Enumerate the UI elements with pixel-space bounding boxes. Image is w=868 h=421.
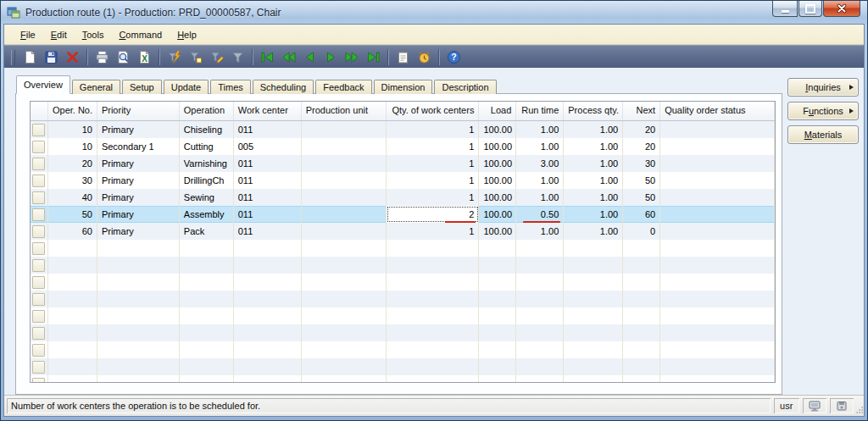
cell-oper-no[interactable] bbox=[48, 291, 97, 307]
row-selector[interactable] bbox=[31, 291, 48, 307]
cell-oper-no[interactable] bbox=[48, 274, 97, 291]
row-selector[interactable] bbox=[31, 274, 48, 291]
cell-production-unit[interactable] bbox=[302, 121, 387, 138]
cell-quality-order-status[interactable] bbox=[660, 358, 775, 375]
grid-row-20-varnishing[interactable]: 20PrimaryVarnishing0111100.003.001.0030 bbox=[31, 155, 775, 172]
cell-qty-of-work-centers[interactable] bbox=[387, 307, 480, 324]
grid-row-empty[interactable] bbox=[31, 307, 775, 324]
cell-work-center[interactable] bbox=[234, 375, 302, 382]
cell-process-qty[interactable] bbox=[564, 257, 623, 274]
cell-work-center[interactable] bbox=[234, 291, 302, 307]
cell-next[interactable] bbox=[623, 240, 660, 257]
cell-quality-order-status[interactable] bbox=[660, 172, 775, 189]
grid-row-40-sewing[interactable]: 40PrimarySewing0111100.001.001.0050 bbox=[31, 189, 775, 206]
cell-run-time[interactable]: 1.00 bbox=[516, 172, 564, 189]
cell-process-qty[interactable]: 1.00 bbox=[564, 138, 623, 155]
cell-next[interactable] bbox=[623, 341, 660, 358]
column-header-next[interactable]: Next bbox=[623, 102, 660, 120]
cell-next[interactable] bbox=[623, 307, 660, 324]
row-selector[interactable] bbox=[31, 206, 48, 223]
cell-quality-order-status[interactable] bbox=[660, 324, 775, 341]
row-selector[interactable] bbox=[31, 138, 48, 155]
menu-file[interactable]: File bbox=[13, 27, 43, 42]
cell-oper-no[interactable]: 20 bbox=[48, 155, 97, 172]
grid-row-50-assembly[interactable]: 50PrimaryAssembly0112100.000.501.0060 bbox=[31, 206, 775, 223]
cell-run-time[interactable] bbox=[516, 341, 564, 358]
tab-scheduling[interactable]: Scheduling bbox=[253, 80, 314, 94]
cell-production-unit[interactable] bbox=[302, 375, 387, 382]
grid-row-empty[interactable] bbox=[31, 358, 775, 375]
grid-row-empty[interactable] bbox=[31, 341, 775, 358]
first-record-button[interactable] bbox=[257, 47, 278, 67]
cell-oper-no[interactable] bbox=[48, 307, 97, 324]
cell-load[interactable]: 100.00 bbox=[479, 172, 516, 189]
tab-setup[interactable]: Setup bbox=[122, 80, 162, 94]
cell-qty-of-work-centers[interactable]: 1 bbox=[387, 189, 480, 206]
column-header-run-time[interactable]: Run time bbox=[516, 102, 564, 120]
column-header-priority[interactable]: Priority bbox=[97, 102, 180, 120]
cell-load[interactable] bbox=[479, 358, 516, 375]
row-selector[interactable] bbox=[31, 257, 48, 274]
tab-overview[interactable]: Overview bbox=[16, 75, 70, 94]
cell-run-time[interactable]: 0.50 bbox=[516, 206, 564, 223]
cell-operation[interactable]: Pack bbox=[180, 223, 234, 240]
cell-operation[interactable]: Assembly bbox=[180, 206, 234, 223]
cell-operation[interactable] bbox=[180, 324, 234, 341]
cell-oper-no[interactable] bbox=[48, 240, 97, 257]
cell-process-qty[interactable] bbox=[564, 307, 623, 324]
cell-qty-of-work-centers[interactable] bbox=[387, 257, 480, 274]
new-button[interactable] bbox=[19, 47, 41, 67]
save-button[interactable] bbox=[41, 47, 62, 67]
cell-production-unit[interactable] bbox=[302, 274, 387, 291]
cell-production-unit[interactable] bbox=[302, 206, 387, 223]
cell-process-qty[interactable] bbox=[564, 341, 623, 358]
cell-production-unit[interactable] bbox=[302, 257, 387, 274]
cell-process-qty[interactable]: 1.00 bbox=[564, 206, 623, 223]
grid-row-empty[interactable] bbox=[31, 291, 775, 307]
cell-qty-of-work-centers[interactable]: 1 bbox=[387, 155, 480, 172]
cell-qty-of-work-centers[interactable]: 1 bbox=[387, 223, 480, 240]
cell-load[interactable] bbox=[479, 291, 516, 307]
cell-load[interactable] bbox=[479, 307, 516, 324]
column-header-work-center[interactable]: Work center bbox=[234, 102, 302, 120]
print-button[interactable] bbox=[92, 47, 113, 67]
column-header-process-qty[interactable]: Process qty. bbox=[564, 102, 623, 120]
cell-qty-of-work-centers[interactable] bbox=[387, 324, 480, 341]
cell-operation[interactable] bbox=[180, 358, 234, 375]
cell-priority[interactable]: Primary bbox=[97, 189, 180, 206]
cell-work-center[interactable] bbox=[234, 341, 302, 358]
functions-button[interactable]: Functions bbox=[787, 102, 859, 120]
title-bar[interactable]: Production route (1) - Production: PRD_0… bbox=[1, 1, 867, 25]
previous-record-button[interactable] bbox=[299, 47, 320, 67]
cell-oper-no[interactable]: 60 bbox=[48, 223, 97, 240]
filter-by-field-button[interactable] bbox=[164, 47, 185, 67]
cell-operation[interactable] bbox=[180, 240, 234, 257]
cell-quality-order-status[interactable] bbox=[660, 291, 775, 307]
row-selector[interactable] bbox=[31, 358, 48, 375]
maximize-button[interactable] bbox=[798, 1, 822, 17]
row-selector[interactable] bbox=[31, 240, 48, 257]
cell-load[interactable]: 100.00 bbox=[479, 223, 516, 240]
cell-load[interactable]: 100.00 bbox=[479, 155, 516, 172]
cell-quality-order-status[interactable] bbox=[660, 375, 775, 382]
cell-qty-of-work-centers[interactable]: 1 bbox=[387, 138, 480, 155]
cell-next[interactable]: 50 bbox=[623, 189, 660, 206]
cell-process-qty[interactable] bbox=[564, 274, 623, 291]
grid-row-empty[interactable] bbox=[31, 274, 775, 291]
cell-qty-of-work-centers[interactable] bbox=[387, 358, 480, 375]
cell-next[interactable]: 50 bbox=[623, 172, 660, 189]
cell-next[interactable]: 20 bbox=[623, 138, 660, 155]
cell-production-unit[interactable] bbox=[302, 358, 387, 375]
cell-next[interactable]: 60 bbox=[623, 206, 660, 223]
cell-process-qty[interactable] bbox=[564, 358, 623, 375]
row-selector[interactable] bbox=[31, 375, 48, 382]
cell-process-qty[interactable]: 1.00 bbox=[564, 223, 623, 240]
grid-corner-cell[interactable] bbox=[31, 102, 48, 120]
column-header-qty-of-work-centers[interactable]: Qty. of work centers bbox=[387, 102, 480, 120]
cell-qty-of-work-centers[interactable]: 2 bbox=[387, 206, 480, 223]
cell-work-center[interactable] bbox=[234, 274, 302, 291]
cell-production-unit[interactable] bbox=[302, 223, 387, 240]
cell-oper-no[interactable]: 40 bbox=[48, 189, 97, 206]
menu-command[interactable]: Command bbox=[111, 27, 170, 42]
cell-operation[interactable]: Cutting bbox=[180, 138, 234, 155]
